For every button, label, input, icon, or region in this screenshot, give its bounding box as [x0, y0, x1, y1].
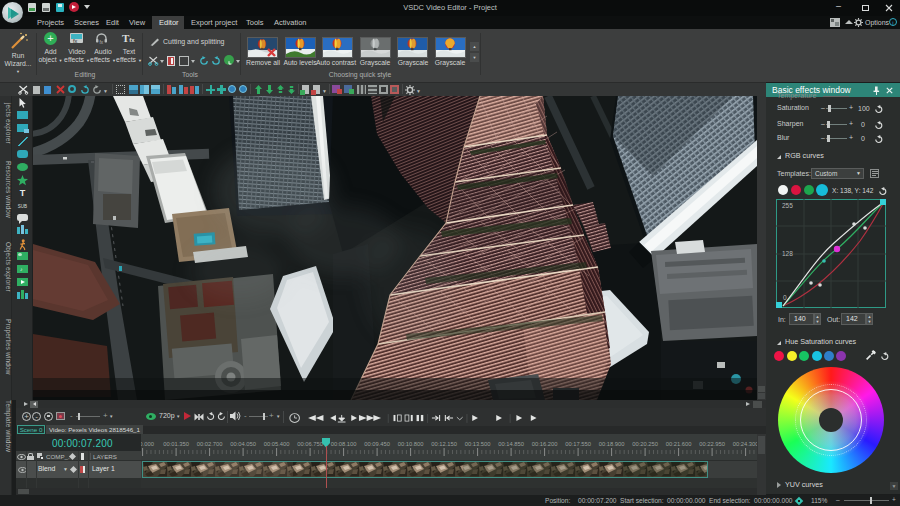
svg-text:00:06.750: 00:06.750 — [297, 441, 323, 447]
svg-text:00:18.900: 00:18.900 — [599, 441, 625, 447]
svg-text:00:09.450: 00:09.450 — [364, 441, 390, 447]
svg-text:00:16.200: 00:16.200 — [532, 441, 558, 447]
svg-text:00:04.050: 00:04.050 — [230, 441, 256, 447]
svg-text:fx: fx — [100, 40, 104, 45]
svg-text:0:00.000: 0:00.000 — [141, 441, 154, 447]
svg-text:00:12.150: 00:12.150 — [431, 441, 457, 447]
svg-text:00:05.400: 00:05.400 — [264, 441, 290, 447]
svg-text:00:20.250: 00:20.250 — [632, 441, 658, 447]
svg-text:00:01.350: 00:01.350 — [163, 441, 189, 447]
svg-text:00:14.850: 00:14.850 — [498, 441, 524, 447]
svg-text:255: 255 — [782, 202, 793, 209]
svg-text:00:13.500: 00:13.500 — [465, 441, 491, 447]
svg-text:00:21.600: 00:21.600 — [666, 441, 692, 447]
svg-text:00:08.100: 00:08.100 — [331, 441, 357, 447]
svg-text:128: 128 — [782, 250, 793, 257]
svg-text:00:02.700: 00:02.700 — [197, 441, 223, 447]
svg-text:00:24.300: 00:24.300 — [733, 441, 757, 447]
svg-text:00:10.800: 00:10.800 — [398, 441, 424, 447]
svg-text:0: 0 — [783, 294, 787, 301]
svg-text:00:17.550: 00:17.550 — [565, 441, 591, 447]
svg-text:00:22.950: 00:22.950 — [699, 441, 725, 447]
